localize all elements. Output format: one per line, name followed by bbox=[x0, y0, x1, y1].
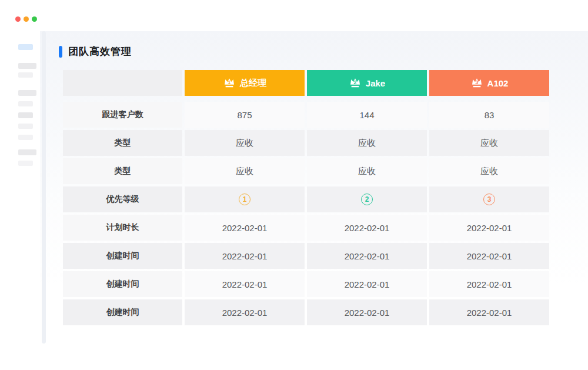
row-label-cell: 类型 bbox=[63, 130, 182, 156]
value-cell: 应收 bbox=[185, 130, 305, 156]
row-label-cell: 类型 bbox=[63, 158, 182, 184]
table-header-row: 1 总经理 2 Jake 3 A102 bbox=[63, 70, 549, 96]
value-cell: 2022-02-01 bbox=[185, 243, 305, 269]
table-row: 创建时间 2022-02-012022-02-012022-02-01 bbox=[63, 243, 549, 269]
main-panel: 团队高效管理 1 总经理 2 Jake 3 A102 跟进客户数 8751448… bbox=[40, 31, 588, 370]
table-row: 优先等级 123 bbox=[63, 186, 549, 212]
value-cell: 2022-02-01 bbox=[307, 243, 427, 269]
value-cell: 2022-02-01 bbox=[429, 271, 549, 297]
table-row: 跟进客户数 87514483 bbox=[63, 102, 549, 128]
panel-scrollbar[interactable] bbox=[42, 31, 46, 344]
value-cell: 2022-02-01 bbox=[307, 271, 427, 297]
priority-badge: 1 bbox=[239, 194, 250, 205]
value-cell: 应收 bbox=[429, 130, 549, 156]
value-cell: 应收 bbox=[307, 158, 427, 184]
crown-icon: 2 bbox=[349, 77, 362, 89]
sidebar-placeholder-bar bbox=[18, 124, 33, 129]
value-cell: 应收 bbox=[185, 158, 305, 184]
title-accent-bar bbox=[59, 46, 62, 58]
sidebar-placeholder-bar bbox=[18, 90, 36, 96]
column-header-label: A102 bbox=[487, 78, 509, 88]
crown-icon: 3 bbox=[470, 77, 483, 89]
page-title-block: 团队高效管理 bbox=[59, 45, 132, 58]
sidebar-placeholder-bar bbox=[18, 63, 36, 69]
corner-cell bbox=[63, 70, 182, 96]
sidebar-placeholder-bar bbox=[18, 101, 33, 106]
svg-text:2: 2 bbox=[353, 79, 356, 85]
table-row: 类型 应收应收应收 bbox=[63, 130, 549, 156]
row-label-cell: 优先等级 bbox=[63, 186, 182, 212]
sidebar-placeholder-bar bbox=[18, 44, 33, 50]
column-header[interactable]: 1 总经理 bbox=[185, 70, 305, 96]
value-cell: 2022-02-01 bbox=[185, 271, 305, 297]
priority-badge: 2 bbox=[361, 194, 373, 205]
column-header-label: Jake bbox=[366, 78, 385, 88]
column-header[interactable]: 3 A102 bbox=[429, 70, 549, 96]
crown-icon: 1 bbox=[223, 77, 236, 89]
value-cell: 83 bbox=[429, 102, 549, 128]
row-label-cell: 跟进客户数 bbox=[63, 102, 182, 128]
value-cell: 1 bbox=[185, 186, 305, 212]
table-row: 创建时间 2022-02-012022-02-012022-02-01 bbox=[63, 271, 549, 297]
sidebar-placeholder-bar bbox=[18, 149, 36, 155]
svg-text:1: 1 bbox=[228, 79, 231, 85]
table-row: 计划时长 2022-02-012022-02-012022-02-01 bbox=[63, 215, 549, 241]
svg-text:3: 3 bbox=[475, 79, 478, 85]
value-cell: 应收 bbox=[307, 130, 427, 156]
table-body: 跟进客户数 87514483 类型 应收应收应收 类型 应收应收应收 优先等级 … bbox=[63, 102, 549, 325]
value-cell: 2022-02-01 bbox=[307, 215, 427, 241]
priority-badge: 3 bbox=[483, 194, 495, 205]
value-cell: 144 bbox=[307, 102, 427, 128]
sidebar-placeholder-bar bbox=[18, 161, 33, 166]
value-cell: 875 bbox=[185, 102, 305, 128]
value-cell: 应收 bbox=[429, 158, 549, 184]
column-header-label: 总经理 bbox=[240, 78, 266, 89]
sidebar-placeholder-bar bbox=[18, 112, 33, 118]
value-cell: 2022-02-01 bbox=[429, 215, 549, 241]
sidebar bbox=[18, 0, 42, 370]
table-row: 类型 应收应收应收 bbox=[63, 158, 549, 184]
value-cell: 2022-02-01 bbox=[185, 215, 305, 241]
row-label-cell: 创建时间 bbox=[63, 299, 182, 325]
row-label-cell: 创建时间 bbox=[63, 243, 182, 269]
value-cell: 3 bbox=[429, 186, 549, 212]
value-cell: 2022-02-01 bbox=[429, 299, 549, 325]
row-label-cell: 创建时间 bbox=[63, 271, 182, 297]
sidebar-placeholder-bar bbox=[18, 135, 33, 140]
team-comparison-table: 1 总经理 2 Jake 3 A102 跟进客户数 87514483 类型 应收… bbox=[63, 70, 549, 325]
row-label-cell: 计划时长 bbox=[63, 215, 182, 241]
sidebar-placeholder-bar bbox=[18, 72, 33, 78]
value-cell: 2022-02-01 bbox=[429, 243, 549, 269]
page-title: 团队高效管理 bbox=[68, 45, 132, 58]
value-cell: 2022-02-01 bbox=[307, 299, 427, 325]
value-cell: 2 bbox=[307, 186, 427, 212]
column-header[interactable]: 2 Jake bbox=[307, 70, 427, 96]
table-row: 创建时间 2022-02-012022-02-012022-02-01 bbox=[63, 299, 549, 325]
value-cell: 2022-02-01 bbox=[185, 299, 305, 325]
